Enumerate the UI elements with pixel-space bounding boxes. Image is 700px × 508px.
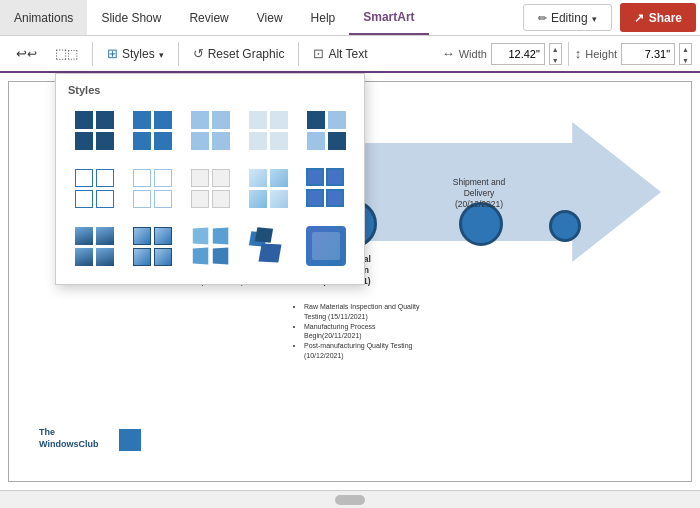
- undo-icon: ↩: [16, 46, 37, 61]
- style-item-13[interactable]: [184, 220, 236, 272]
- style-item-4[interactable]: [242, 104, 294, 156]
- width-down-icon[interactable]: ▼: [550, 55, 561, 66]
- share-icon: [634, 11, 644, 25]
- share-button[interactable]: Share: [620, 3, 696, 32]
- alt-icon: [313, 46, 324, 61]
- width-input[interactable]: [491, 43, 545, 65]
- ribbon-toolbar: ↩ ⬚ Styles Reset Graphic Alt Text Width …: [0, 36, 700, 73]
- style-item-12[interactable]: [126, 220, 178, 272]
- style-item-14[interactable]: [242, 220, 294, 272]
- tab-help[interactable]: Help: [297, 0, 350, 35]
- styles-icon: [107, 46, 118, 61]
- style-item-15[interactable]: [300, 220, 352, 272]
- tab-smartart[interactable]: SmartArt: [349, 0, 428, 35]
- height-input[interactable]: [621, 43, 675, 65]
- separator-3: [298, 42, 299, 66]
- reset-icon: [193, 46, 204, 61]
- detail-text-block: Raw Materials Inspection and Quality Tes…: [294, 302, 424, 361]
- width-field: Width ▲ ▼: [442, 43, 562, 65]
- tab-view[interactable]: View: [243, 0, 297, 35]
- logo-icon: [119, 429, 141, 451]
- horizontal-scrollbar[interactable]: [0, 490, 700, 508]
- editing-chevron-icon: [592, 11, 597, 25]
- alt-text-button[interactable]: Alt Text: [305, 39, 375, 69]
- detail-item-1: Raw Materials Inspection and Quality Tes…: [304, 302, 424, 322]
- height-field: Height ▲ ▼: [575, 43, 692, 65]
- style-item-6[interactable]: [68, 162, 120, 214]
- style-item-2[interactable]: [126, 104, 178, 156]
- separator-4: [568, 42, 569, 66]
- style-item-8[interactable]: [184, 162, 236, 214]
- style-item-1[interactable]: [68, 104, 120, 156]
- circle-4[interactable]: [549, 210, 581, 242]
- tab-editing[interactable]: Editing: [523, 4, 612, 31]
- watermark-text: The WindowsClub: [39, 426, 98, 451]
- separator-1: [92, 42, 93, 66]
- tab-review[interactable]: Review: [175, 0, 242, 35]
- style-item-10[interactable]: [300, 162, 352, 214]
- format-button[interactable]: ⬚: [47, 39, 86, 69]
- tab-animations[interactable]: Animations: [0, 0, 87, 35]
- styles-panel: Styles: [55, 73, 365, 285]
- styles-grid: [68, 104, 352, 272]
- height-icon: [575, 46, 582, 61]
- styles-panel-title: Styles: [68, 84, 352, 96]
- style-item-5[interactable]: [300, 104, 352, 156]
- undo-button[interactable]: ↩: [8, 39, 45, 69]
- style-item-11[interactable]: [68, 220, 120, 272]
- separator-2: [178, 42, 179, 66]
- height-down-icon[interactable]: ▼: [680, 55, 691, 66]
- scroll-thumb[interactable]: [335, 495, 365, 505]
- reset-graphic-button[interactable]: Reset Graphic: [185, 39, 293, 69]
- ribbon-tab-row: Animations Slide Show Review View Help S…: [0, 0, 700, 36]
- style-item-9[interactable]: [242, 162, 294, 214]
- tab-slideshow[interactable]: Slide Show: [87, 0, 175, 35]
- width-spinner[interactable]: ▲ ▼: [549, 43, 562, 65]
- detail-item-2: Manufacturing Process Begin(20/11/2021): [304, 322, 424, 342]
- width-up-icon[interactable]: ▲: [550, 44, 561, 55]
- width-icon: [442, 46, 455, 61]
- label-shipment: Shipment and Delivery (20/12/2021): [434, 177, 524, 210]
- height-spinner[interactable]: ▲ ▼: [679, 43, 692, 65]
- height-up-icon[interactable]: ▲: [680, 44, 691, 55]
- style-item-3[interactable]: [184, 104, 236, 156]
- style-item-7[interactable]: [126, 162, 178, 214]
- pencil-icon: [538, 11, 547, 25]
- detail-item-3: Post-manufacturing Quality Testing (10/1…: [304, 341, 424, 361]
- styles-chevron-icon: [159, 47, 164, 61]
- format-icon: ⬚: [55, 46, 78, 61]
- styles-button[interactable]: Styles: [99, 39, 172, 69]
